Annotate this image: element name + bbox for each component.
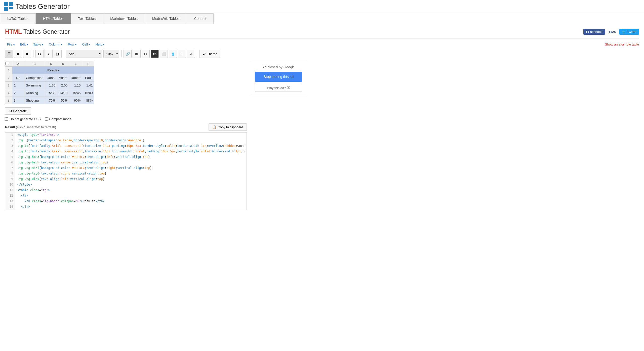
table-menu[interactable]: Table ▾ xyxy=(31,41,46,47)
code-line-10: 10 </style> xyxy=(5,182,247,188)
cell-r3-6[interactable]: 1:41 xyxy=(82,82,94,89)
underline-btn[interactable]: U xyxy=(54,50,62,58)
edit-menu[interactable]: Edit ▾ xyxy=(18,41,30,47)
logo-icon xyxy=(4,2,13,11)
size-selector[interactable]: 8px 10px 12px 14px 16px xyxy=(103,50,119,58)
code-line-2: 2 .tg {border-collapse:collapse;border-s… xyxy=(5,138,247,144)
svg-rect-0 xyxy=(4,2,8,6)
col-header-c: C xyxy=(45,61,57,67)
italic-btn[interactable]: I xyxy=(45,50,53,58)
border-color-btn[interactable]: ⬜ xyxy=(160,50,168,58)
tab-markdown[interactable]: Markdown Tables xyxy=(103,13,145,24)
table-borders-btn[interactable]: ⊡ xyxy=(178,50,186,58)
theme-icon: 🖌 xyxy=(203,52,206,56)
file-menu[interactable]: File ▾ xyxy=(5,41,17,47)
cell-competition[interactable]: Competition xyxy=(24,74,45,82)
toolbar-separator-4 xyxy=(197,50,197,57)
cell-r4-5[interactable]: 15:45 xyxy=(69,89,82,97)
info-icon: ⓘ xyxy=(287,85,290,90)
font-selector[interactable]: Arial Times New Roman Courier New Georgi… xyxy=(66,50,102,58)
result-header: Result (click "Generate" to refresh) 📋 C… xyxy=(5,123,247,131)
show-example-link[interactable]: Show an example table xyxy=(605,42,639,46)
tab-text[interactable]: Text Tables xyxy=(71,13,103,24)
row-num-5: 5 xyxy=(5,97,12,104)
tab-latex[interactable]: LaTeX Tables xyxy=(0,13,36,24)
cell-r4-3[interactable]: 15:30 xyxy=(45,89,57,97)
cell-r5-5[interactable]: 90% xyxy=(69,97,82,104)
align-right-btn[interactable]: ■ xyxy=(23,50,31,58)
cell-adam[interactable]: Adam xyxy=(57,74,69,82)
table-row: 5 3 Shooting 70% 55% 90% 88% xyxy=(5,97,94,104)
row-num-1: 1 xyxy=(5,67,12,74)
theme-label: Theme xyxy=(207,52,217,56)
align-left-btn[interactable]: ☰ xyxy=(5,50,13,58)
cell-r3-4[interactable]: 2:05 xyxy=(57,82,69,89)
select-all-checkbox[interactable] xyxy=(5,62,8,65)
code-line-5: 5 .tg .tg-hmp3{background-color:#D2E4FC;… xyxy=(5,155,247,160)
main-content: HTML Tables Generator f Facebook 1125 🐦 … xyxy=(0,24,644,351)
cell-r4-4[interactable]: 14:10 xyxy=(57,89,69,97)
stop-ad-button[interactable]: Stop seeing this ad xyxy=(255,72,302,82)
bg-color-btn[interactable]: ■A xyxy=(151,50,159,58)
cell-r3-3[interactable]: 1:30 xyxy=(45,82,57,89)
clipboard-button[interactable]: 📋 Copy to clipboard xyxy=(209,123,247,131)
heading-html: HTML xyxy=(5,28,22,35)
split-cells-btn[interactable]: ⊟ xyxy=(142,50,150,58)
facebook-button[interactable]: f Facebook xyxy=(583,29,605,35)
ad-closed-panel: Ad closed by Google Stop seeing this ad … xyxy=(251,61,306,96)
compact-option[interactable]: Compact mode xyxy=(45,117,71,121)
fill-color-btn[interactable]: 💧 xyxy=(169,50,177,58)
cell-no[interactable]: No xyxy=(12,74,24,82)
row-num-4: 4 xyxy=(5,89,12,97)
spreadsheet-table: A B C D E F 1 Results xyxy=(5,61,94,104)
icon-toolbar: ☰ ■ ■ B I U Arial Times New Roman Courie… xyxy=(5,50,639,58)
why-ad-button[interactable]: Why this ad? ⓘ xyxy=(255,84,302,92)
cell-r3-5[interactable]: 1:15 xyxy=(69,82,82,89)
cell-r5-6[interactable]: 88% xyxy=(82,97,94,104)
col-header-a: A xyxy=(12,61,24,67)
cell-r4-1[interactable]: 2 xyxy=(12,89,24,97)
cell-r5-1[interactable]: 3 xyxy=(12,97,24,104)
theme-btn[interactable]: 🖌 Theme xyxy=(199,50,220,58)
clipboard-icon: 📋 xyxy=(212,125,216,129)
cell-robert[interactable]: Robert xyxy=(69,74,82,82)
page-title: HTML Tables Generator xyxy=(5,28,70,35)
help-menu[interactable]: Help ▾ xyxy=(93,41,106,47)
cell-r3-1[interactable]: 1 xyxy=(12,82,24,89)
no-css-checkbox[interactable] xyxy=(5,117,8,121)
table-editor-area: A B C D E F 1 Results xyxy=(5,61,639,210)
table-row: 4 2 Running 15:30 14:10 15:45 16:00 xyxy=(5,89,94,97)
merge-cells-btn[interactable]: ⊞ xyxy=(133,50,141,58)
cell-r4-6[interactable]: 16:00 xyxy=(82,89,94,97)
column-menu[interactable]: Column ▾ xyxy=(47,41,64,47)
cell-menu[interactable]: Cell ▾ xyxy=(80,41,92,47)
options-row: Do not generate CSS Compact mode xyxy=(5,117,247,121)
compact-checkbox[interactable] xyxy=(45,117,48,121)
cell-r3-2[interactable]: Swimming xyxy=(24,82,45,89)
page-heading: HTML Tables Generator f Facebook 1125 🐦 … xyxy=(5,28,639,38)
link-btn[interactable]: 🔗 xyxy=(124,50,132,58)
twitter-button[interactable]: 🐦 Twitter xyxy=(619,29,639,35)
cell-r5-3[interactable]: 70% xyxy=(45,97,57,104)
code-line-11: 11 <table class="tg"> xyxy=(5,188,247,193)
tab-contact[interactable]: Contact xyxy=(187,13,214,24)
no-css-option[interactable]: Do not generate CSS xyxy=(5,117,41,121)
cell-john[interactable]: John xyxy=(45,74,57,82)
cell-r4-2[interactable]: Running xyxy=(24,89,45,97)
cell-paul[interactable]: Paul xyxy=(82,74,94,82)
toolbar-separator-3 xyxy=(121,50,122,57)
tab-html[interactable]: HTML Tables xyxy=(36,13,71,24)
align-center-btn[interactable]: ■ xyxy=(14,50,22,58)
clear-btn[interactable]: ⊘ xyxy=(187,50,195,58)
bold-btn[interactable]: B xyxy=(35,50,44,58)
generate-button[interactable]: ⚙ Generate xyxy=(5,107,31,115)
cell-r5-2[interactable]: Shooting xyxy=(24,97,45,104)
results-cell[interactable]: Results xyxy=(12,67,94,74)
tab-mediawiki[interactable]: MediaWiki Tables xyxy=(145,13,187,24)
why-ad-label: Why this ad? xyxy=(267,86,286,90)
cell-r5-4[interactable]: 55% xyxy=(57,97,69,104)
svg-rect-1 xyxy=(9,2,13,6)
corner-cell xyxy=(5,61,12,67)
row-menu[interactable]: Row ▾ xyxy=(66,41,79,47)
code-line-13: 13 <th class="tg-baqh" colspan="6">Resul… xyxy=(5,199,247,204)
